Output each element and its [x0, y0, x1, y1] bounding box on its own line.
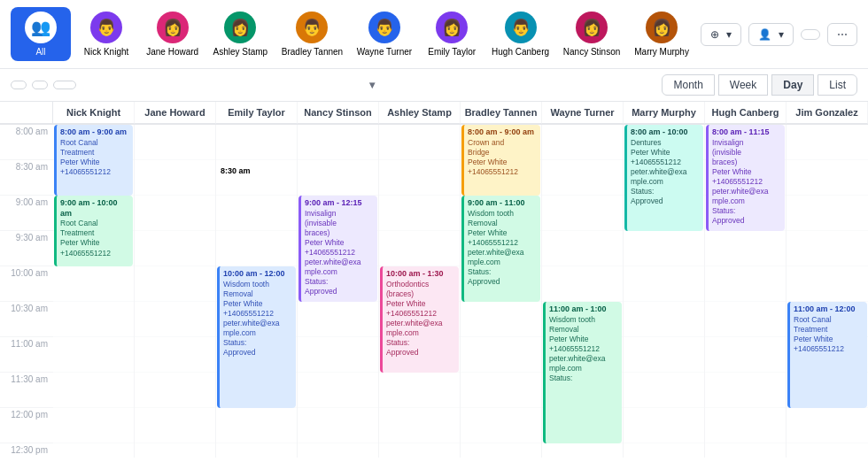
staff-name: Marry Murphy — [634, 47, 689, 57]
time-slot: 11:30 am — [0, 373, 53, 408]
row-line — [298, 373, 378, 408]
date-chevron-icon: ▾ — [369, 79, 375, 91]
event-detail: Invisalign — [305, 209, 374, 219]
event-detail: Status: — [468, 267, 537, 277]
view-btn-month[interactable]: Month — [662, 74, 714, 96]
staff-item-ashley[interactable]: 👩Ashley Stamp — [208, 7, 272, 61]
time-slot: 8:30 am — [0, 160, 53, 196]
event-detail: Wisdom tooth — [223, 280, 292, 289]
row-line — [542, 231, 623, 266]
staff-item-nancy[interactable]: 👩Nancy Stinson — [559, 7, 624, 61]
avatar: 👨 — [90, 12, 122, 43]
staff-item-wayne[interactable]: 👨Wayne Turner — [353, 7, 416, 61]
event-title: 9:00 am - 12:15 — [305, 198, 374, 209]
event-title: 9:00 am - 10:00 am — [60, 198, 129, 219]
row-line — [542, 160, 623, 196]
row-line — [705, 337, 786, 373]
row-line — [216, 231, 297, 266]
staff-icon: 👤 — [758, 28, 771, 41]
current-date-display[interactable]: ▾ — [76, 79, 662, 91]
event-detail: mple.com — [712, 196, 781, 206]
today-button[interactable] — [53, 81, 76, 89]
row-line — [461, 302, 541, 337]
avatar: 👨 — [296, 12, 328, 43]
time-slot: 9:00 am — [0, 196, 53, 231]
row-line — [298, 160, 378, 196]
day-col-jane-howard — [135, 125, 216, 458]
staff-avatars: 👥All👨Nick Knight👩Jane Howard👩Ashley Stam… — [11, 7, 694, 61]
row-line — [135, 125, 215, 160]
staff-item-jane[interactable]: 👩Jane Howard — [142, 7, 203, 61]
day-col-marry-murphy: 8:00 am - 10:00DenturesPeter White+14065… — [624, 125, 705, 458]
avatar: 👨 — [505, 12, 537, 43]
event-detail: +14065551212 — [60, 249, 129, 258]
calendar-event[interactable]: 8:30 am — [217, 164, 296, 178]
event-detail: Treatment — [60, 228, 129, 238]
staff-item-marry[interactable]: 👩Marry Murphy — [630, 7, 694, 61]
col-header-wayne-turner: Wayne Turner — [542, 102, 624, 124]
row-line — [216, 125, 297, 160]
calendar-event[interactable]: 11:00 am - 1:00Wisdom toothRemovalPeter … — [543, 302, 622, 443]
calendar-event[interactable]: 10:00 am - 12:00Wisdom toothRemovalPeter… — [217, 266, 296, 408]
event-detail: +14065551212 — [549, 344, 618, 354]
staff-name: Emily Taylor — [428, 47, 476, 57]
calendar-event[interactable]: 9:00 am - 11:00Wisdom toothRemovalPeter … — [461, 196, 540, 302]
event-title: 8:00 am - 10:00 — [631, 127, 700, 138]
day-col-bradley-tannen: 8:00 am - 9:00 amCrown andBridgePeter Wh… — [461, 125, 542, 458]
row-line — [135, 337, 215, 373]
staff-item-hugh[interactable]: 👨Hugh Canberg — [487, 7, 554, 61]
view-btn-list[interactable]: List — [818, 74, 857, 96]
calendar-event[interactable]: 11:00 am - 12:00Root CanalTreatmentPeter… — [787, 302, 867, 408]
row-line — [135, 302, 215, 337]
row-line — [542, 125, 623, 160]
row-line — [624, 266, 704, 302]
nav-left — [11, 81, 76, 89]
event-detail: +14065551212 — [468, 167, 537, 177]
view-btn-week[interactable]: Week — [718, 74, 768, 96]
all-staff-button[interactable]: 👤 ▾ — [748, 23, 794, 46]
refresh-button[interactable] — [801, 29, 820, 40]
event-detail: +14065551212 — [386, 309, 455, 319]
row-line — [542, 443, 623, 458]
day-col-jim-gonzalez: 11:00 am - 12:00Root CanalTreatmentPeter… — [787, 125, 868, 458]
row-line — [379, 231, 460, 266]
event-title: 8:00 am - 11:15 — [712, 127, 781, 138]
staff-item-emily[interactable]: 👩Emily Taylor — [422, 7, 482, 61]
row-line — [135, 443, 215, 458]
staff-item-nick[interactable]: 👨Nick Knight — [76, 7, 136, 61]
row-line — [542, 196, 623, 231]
avatar: 👥 — [25, 12, 57, 43]
event-detail: Removal — [223, 289, 292, 299]
event-detail: mple.com — [223, 328, 292, 338]
event-detail: +14065551212 — [631, 158, 700, 167]
row-line — [705, 231, 786, 266]
event-detail: mple.com — [468, 258, 537, 267]
event-detail: Peter White — [223, 299, 292, 309]
staff-item-bradley[interactable]: 👨Bradley Tannen — [277, 7, 346, 61]
row-line — [298, 125, 378, 160]
event-detail: Approved — [386, 348, 455, 358]
event-detail: Status: — [386, 338, 455, 348]
calendar-event[interactable]: 8:00 am - 9:00 amCrown andBridgePeter Wh… — [461, 125, 540, 196]
calendar-event[interactable]: 8:00 am - 10:00DenturesPeter White+14065… — [624, 125, 703, 231]
calendar-event[interactable]: 8:00 am - 11:15Invisalign(invisiblebrace… — [706, 125, 785, 231]
row-line — [461, 337, 541, 373]
staff-name: Wayne Turner — [357, 47, 412, 57]
calendar-event[interactable]: 10:00 am - 1:30Orthodontics(braces)Peter… — [380, 266, 459, 373]
view-btn-day[interactable]: Day — [771, 74, 814, 96]
calendar-event[interactable]: 8:00 am - 9:00 amRoot CanalTreatmentPete… — [54, 125, 133, 196]
avatar: 👩 — [646, 12, 678, 43]
calendar-event[interactable]: 9:00 am - 12:15Invisalign(invisablebrace… — [298, 196, 377, 302]
calendar-event[interactable]: 9:00 am - 10:00 amRoot CanalTreatmentPet… — [54, 196, 133, 266]
staff-item-all[interactable]: 👥All — [11, 7, 71, 61]
more-options-button[interactable]: ⋯ — [827, 23, 857, 46]
avatar: 👩 — [157, 12, 189, 43]
avatar: 👨 — [368, 12, 400, 43]
next-button[interactable] — [32, 81, 48, 89]
row-line — [379, 408, 460, 443]
event-detail: (invisible — [712, 148, 781, 158]
row-line — [216, 408, 297, 443]
event-detail: Peter White — [712, 167, 781, 177]
prev-button[interactable] — [11, 81, 27, 89]
all-services-button[interactable]: ⊕ ▾ — [701, 23, 741, 46]
